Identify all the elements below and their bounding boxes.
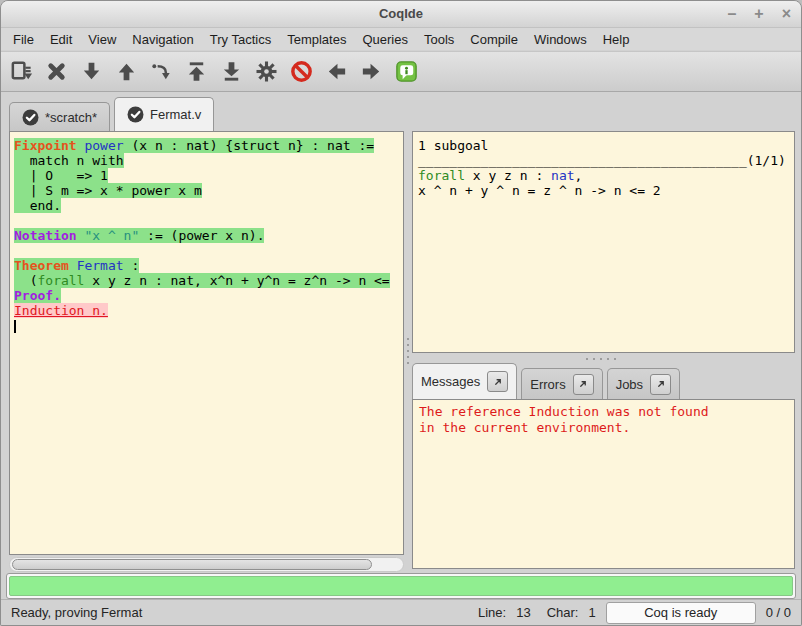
gear-icon: [254, 59, 279, 84]
tab-messages[interactable]: Messages: [412, 363, 517, 399]
arrow-down-icon: [79, 59, 104, 84]
code-line: [14, 318, 403, 333]
tab-scratch[interactable]: *scratch*: [9, 102, 110, 131]
fully-check-button[interactable]: [252, 57, 280, 87]
tab-label: Errors: [530, 377, 565, 392]
line-value: 13: [516, 605, 530, 620]
interrupt-button[interactable]: [287, 57, 315, 87]
menu-navigation[interactable]: Navigation: [124, 29, 201, 50]
check-circle-icon: [127, 106, 144, 123]
close-button[interactable]: ×: [782, 6, 791, 22]
code-line: | O => 1: [14, 168, 403, 183]
tab-label: Jobs: [616, 377, 643, 392]
coqide-window: CoqIde – + × FileEditViewNavigationTry T…: [0, 0, 802, 626]
menu-view[interactable]: View: [80, 29, 124, 50]
line-label: Line:: [478, 605, 506, 620]
restart-button[interactable]: [182, 57, 210, 87]
code-line: Fixpoint power (x n : nat) {struct n} : …: [14, 138, 403, 153]
go-to-end-button[interactable]: [217, 57, 245, 87]
previous-occurrence-button[interactable]: [322, 57, 350, 87]
code-line: (forall x y z n : nat, x^n + y^n = z^n -…: [14, 273, 403, 288]
arrow-right-icon: [359, 59, 384, 84]
tab-jobs[interactable]: Jobs: [607, 368, 680, 399]
text-cursor: [14, 320, 16, 333]
menu-help[interactable]: Help: [595, 29, 638, 50]
document-tabs: *scratch*Fermat.v: [9, 97, 214, 131]
h-scrollbar[interactable]: [9, 557, 404, 572]
tab-errors[interactable]: Errors: [521, 368, 602, 399]
tab-label: *scratch*: [45, 110, 97, 125]
info-bubble-icon: [394, 59, 419, 84]
code-line: [14, 213, 403, 228]
horizontal-pane-splitter[interactable]: [561, 356, 641, 362]
code-line: Induction n.: [14, 303, 403, 318]
go-to-cursor-button[interactable]: [147, 57, 175, 87]
detach-icon: [492, 376, 504, 388]
detach-icon: [655, 378, 667, 390]
goal-line: x ^ n + y ^ n = z ^ n -> n <= 2: [418, 183, 794, 198]
coq-status: Coq is ready: [606, 602, 756, 624]
h-scrollbar-thumb[interactable]: [12, 559, 372, 570]
code-line: end.: [14, 198, 403, 213]
menu-compile[interactable]: Compile: [462, 29, 526, 50]
save-button[interactable]: [7, 57, 35, 87]
arrow-to-top-icon: [184, 59, 209, 84]
code-line: Theorem Fermat :: [14, 258, 403, 273]
menu-file[interactable]: File: [5, 29, 42, 50]
forward-one-step-button[interactable]: [77, 57, 105, 87]
arrow-left-icon: [324, 59, 349, 84]
status-bar: Ready, proving Fermat Line: 13 Char: 1 C…: [1, 599, 801, 625]
status-text: Ready, proving Fermat: [11, 605, 142, 620]
tab-label: Fermat.v: [150, 107, 201, 122]
menu-try-tactics[interactable]: Try Tactics: [202, 29, 279, 50]
forbidden-icon: [289, 59, 314, 84]
goal-line: 1 subgoal: [418, 138, 794, 153]
window-title: CoqIde: [1, 1, 801, 27]
char-value: 1: [588, 605, 595, 620]
menu-templates[interactable]: Templates: [279, 29, 354, 50]
code-line: [14, 243, 403, 258]
next-occurrence-button[interactable]: [357, 57, 385, 87]
title-bar: CoqIde – + ×: [1, 1, 801, 28]
script-editor[interactable]: Fixpoint power (x n : nat) {struct n} : …: [9, 131, 404, 555]
close-button[interactable]: [42, 57, 70, 87]
check-circle-icon: [22, 109, 39, 126]
goals-panel: 1 subgoal_______________________________…: [412, 131, 795, 353]
maximize-button[interactable]: +: [754, 6, 763, 22]
menu-tools[interactable]: Tools: [416, 29, 462, 50]
code-line: Proof.: [14, 288, 403, 303]
curved-arrow-icon: [149, 59, 174, 84]
menu-edit[interactable]: Edit: [42, 29, 80, 50]
message-line: in the current environment.: [419, 420, 794, 436]
code-line: | S m => x * power x m: [14, 183, 403, 198]
menu-bar: FileEditViewNavigationTry TacticsTemplat…: [1, 28, 801, 50]
progress-bar-fill: [9, 576, 793, 596]
interrupt-counter: 0 / 0: [766, 605, 791, 620]
detach-icon: [577, 378, 589, 390]
tab-fermat-v[interactable]: Fermat.v: [114, 97, 214, 131]
detach-errors-button[interactable]: [573, 374, 594, 395]
backward-one-step-button[interactable]: [112, 57, 140, 87]
vertical-pane-splitter[interactable]: [405, 331, 411, 371]
arrow-to-bottom-icon: [219, 59, 244, 84]
code-line: Notation "x ^ n" := (power x n).: [14, 228, 403, 243]
messages-panel: The reference Induction was not foundin …: [412, 399, 795, 569]
save-icon: [9, 59, 34, 84]
menu-queries[interactable]: Queries: [354, 29, 416, 50]
char-label: Char:: [547, 605, 579, 620]
goal-line: ________________________________________…: [418, 153, 794, 168]
main-area: Fixpoint power (x n : nat) {struct n} : …: [1, 131, 801, 571]
menu-windows[interactable]: Windows: [526, 29, 595, 50]
messages-tab-bar: MessagesErrorsJobs: [412, 363, 680, 399]
minimize-button[interactable]: –: [727, 6, 736, 22]
about-button[interactable]: [392, 57, 420, 87]
message-line: The reference Induction was not found: [419, 404, 794, 420]
progress-bar: [6, 573, 796, 599]
code-line: match n with: [14, 153, 403, 168]
detach-jobs-button[interactable]: [650, 374, 671, 395]
close-icon: [44, 59, 69, 84]
detach-messages-button[interactable]: [487, 371, 508, 392]
goal-line: forall x y z n : nat,: [418, 168, 794, 183]
tab-label: Messages: [421, 374, 480, 389]
arrow-up-icon: [114, 59, 139, 84]
